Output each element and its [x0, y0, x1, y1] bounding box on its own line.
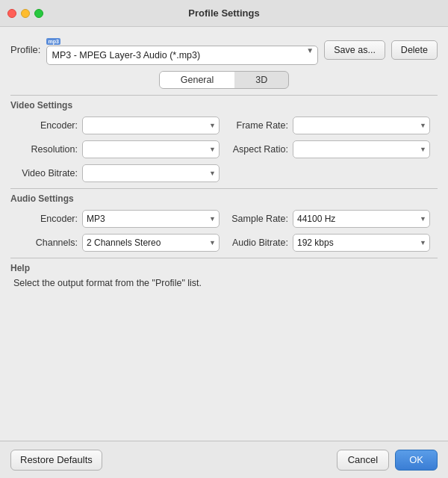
frame-rate-row: Frame Rate: ▼	[228, 117, 430, 134]
cancel-button[interactable]: Cancel	[337, 450, 389, 471]
restore-defaults-button[interactable]: Restore Defaults	[10, 450, 102, 471]
profile-label: Profile:	[10, 44, 40, 55]
video-settings-title: Video Settings	[10, 100, 438, 111]
close-button[interactable]	[7, 9, 16, 18]
tabs-row: General 3D	[10, 71, 438, 89]
audio-encoder-select-wrapper: MP3 ▼	[82, 210, 220, 228]
sample-rate-select[interactable]: 44100 Hz	[293, 210, 430, 228]
profile-row: Profile: mp3 MP3 - MPEG Layer-3 Audio (*…	[10, 34, 438, 65]
minimize-button[interactable]	[21, 9, 30, 18]
audio-settings-title: Audio Settings	[10, 193, 438, 204]
video-settings-section: Video Settings Encoder: ▼ Frame Rate:	[10, 95, 438, 182]
help-section: Help Select the output format from the "…	[10, 258, 438, 288]
encoder-select-wrapper: ▼	[82, 117, 220, 134]
save-as-button[interactable]: Save as...	[324, 40, 385, 60]
ok-button[interactable]: OK	[395, 450, 438, 471]
tab-general[interactable]: General	[160, 72, 234, 88]
channels-label: Channels:	[18, 238, 78, 248]
traffic-lights	[7, 9, 43, 18]
channels-select-wrapper: 2 Channels Stereo ▼	[82, 234, 220, 252]
resolution-label: Resolution:	[18, 144, 78, 155]
encoder-row: Encoder: ▼	[18, 117, 220, 134]
resolution-select-wrapper: ▼	[82, 140, 220, 158]
video-bitrate-select-wrapper: ▼	[82, 164, 220, 182]
sample-rate-select-wrapper: 44100 Hz ▼	[293, 210, 430, 228]
profile-select[interactable]: MP3 - MPEG Layer-3 Audio (*.mp3)	[46, 46, 318, 65]
frame-rate-select-wrapper: ▼	[293, 117, 430, 134]
audio-encoder-select[interactable]: MP3	[82, 210, 220, 228]
encoder-select[interactable]	[82, 117, 220, 134]
audio-bitrate-select-wrapper: 192 kbps ▼	[293, 234, 430, 252]
audio-encoder-row: Encoder: MP3 ▼	[18, 210, 220, 228]
main-content: Profile: mp3 MP3 - MPEG Layer-3 Audio (*…	[0, 27, 448, 441]
frame-rate-select[interactable]	[293, 117, 430, 134]
channels-select[interactable]: 2 Channels Stereo	[82, 234, 220, 252]
audio-settings-grid: Encoder: MP3 ▼ Sample Rate: 44100 Hz ▼	[10, 210, 438, 252]
profile-select-wrapper: mp3 MP3 - MPEG Layer-3 Audio (*.mp3) ▼	[46, 34, 318, 65]
frame-rate-label: Frame Rate:	[228, 120, 288, 131]
maximize-button[interactable]	[34, 9, 43, 18]
mp3-icon: mp3	[46, 38, 60, 45]
help-title: Help	[10, 263, 438, 273]
video-bitrate-select[interactable]	[82, 164, 220, 182]
aspect-ratio-select[interactable]	[293, 140, 430, 158]
sample-rate-label: Sample Rate:	[228, 214, 288, 224]
channels-row: Channels: 2 Channels Stereo ▼	[18, 234, 220, 252]
audio-encoder-label: Encoder:	[18, 214, 78, 224]
tab-3d[interactable]: 3D	[234, 72, 288, 88]
bottom-bar: Restore Defaults Cancel OK	[0, 441, 448, 478]
aspect-ratio-row: Aspect Ratio: ▼	[228, 140, 430, 158]
resolution-row: Resolution: ▼	[18, 140, 220, 158]
sample-rate-row: Sample Rate: 44100 Hz ▼	[228, 210, 430, 228]
video-bitrate-label: Video Bitrate:	[18, 168, 78, 179]
video-settings-grid: Encoder: ▼ Frame Rate: ▼	[10, 117, 438, 182]
delete-button[interactable]: Delete	[391, 40, 438, 60]
tab-group: General 3D	[159, 71, 289, 89]
video-bitrate-row: Video Bitrate: ▼	[18, 164, 220, 182]
encoder-label: Encoder:	[18, 120, 78, 131]
resolution-select[interactable]	[82, 140, 220, 158]
audio-settings-section: Audio Settings Encoder: MP3 ▼ Sample Rat…	[10, 188, 438, 252]
audio-bitrate-row: Audio Bitrate: 192 kbps ▼	[228, 234, 430, 252]
title-bar: Profile Settings	[0, 0, 448, 27]
aspect-ratio-select-wrapper: ▼	[293, 140, 430, 158]
bottom-right-buttons: Cancel OK	[337, 450, 438, 471]
audio-bitrate-select[interactable]: 192 kbps	[293, 234, 430, 252]
window-title: Profile Settings	[188, 7, 259, 19]
aspect-ratio-label: Aspect Ratio:	[228, 144, 288, 155]
audio-bitrate-label: Audio Bitrate:	[228, 238, 288, 248]
help-text: Select the output format from the "Profi…	[10, 278, 438, 288]
